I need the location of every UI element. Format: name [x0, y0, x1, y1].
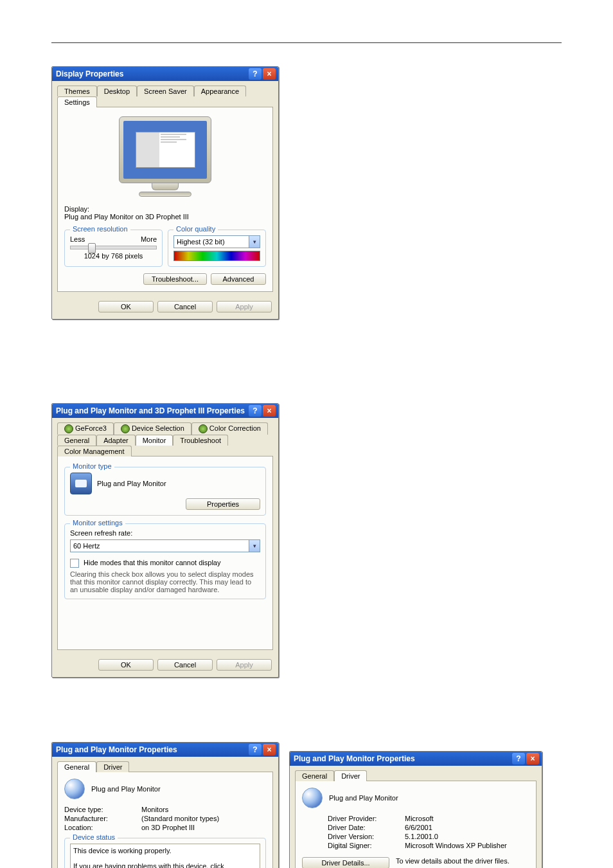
resolution-slider-thumb[interactable]	[88, 243, 96, 253]
window-title: Display Properties	[56, 69, 247, 78]
driver-version-value: 5.1.2001.0	[405, 833, 438, 840]
chevron-down-icon: ▾	[249, 236, 260, 248]
color-quality-select[interactable]: Highest (32 bit) ▾	[173, 235, 260, 248]
tab-troubleshoot[interactable]: Troubleshoot	[173, 435, 228, 446]
color-quality-value: Highest (32 bit)	[177, 238, 225, 246]
cancel-button[interactable]: Cancel	[157, 659, 213, 671]
driver-date-value: 6/6/2001	[405, 824, 432, 831]
help-button[interactable]: ?	[512, 753, 525, 764]
cancel-button[interactable]: Cancel	[157, 301, 213, 312]
hide-modes-label: Hide modes that this monitor cannot disp…	[84, 559, 220, 566]
tab-themes[interactable]: Themes	[57, 86, 97, 96]
tab-row: Themes Desktop Screen Saver Appearance S…	[52, 81, 278, 107]
top-rule	[51, 42, 562, 43]
tab-row-top: GeForce3 Device Selection Color Correcti…	[52, 418, 278, 434]
location-label: Location:	[64, 824, 141, 831]
display-properties-window: Display Properties ? × Themes Desktop Sc…	[51, 66, 279, 320]
monitor-icon	[70, 473, 92, 494]
refresh-rate-value: 60 Hertz	[73, 542, 100, 550]
ok-button[interactable]: OK	[98, 301, 154, 312]
help-button[interactable]: ?	[249, 405, 262, 417]
ok-button[interactable]: OK	[98, 659, 154, 671]
window-title: Plug and Play Monitor Properties	[56, 745, 247, 754]
tab-general[interactable]: General	[57, 435, 96, 446]
digital-signer-label: Digital Signer:	[328, 842, 405, 849]
nvidia-icon	[199, 424, 208, 433]
manufacturer-value: (Standard monitor types)	[141, 815, 219, 822]
close-button[interactable]: ×	[263, 744, 276, 755]
driver-date-label: Driver Date:	[328, 824, 405, 831]
hide-modes-checkbox[interactable]	[70, 559, 79, 568]
tab-geforce3[interactable]: GeForce3	[57, 422, 114, 435]
screen-resolution-legend: Screen resolution	[70, 225, 130, 233]
close-button[interactable]: ×	[526, 753, 539, 764]
close-button[interactable]: ×	[263, 68, 276, 80]
monitor-preview	[107, 116, 223, 200]
titlebar[interactable]: Plug and Play Monitor Properties ? ×	[290, 752, 542, 766]
display-value: Plug and Play Monitor on 3D Prophet III	[64, 213, 266, 221]
color-quality-legend: Color quality	[173, 225, 218, 233]
monitor-name: Plug and Play Monitor	[329, 794, 398, 802]
tab-appearance[interactable]: Appearance	[194, 86, 246, 96]
tab-adapter[interactable]: Adapter	[96, 435, 136, 446]
driver-provider-value: Microsoft	[405, 815, 434, 822]
display-label: Display:	[64, 205, 266, 213]
close-button[interactable]: ×	[263, 405, 276, 417]
driver-details-button[interactable]: Driver Details...	[302, 857, 389, 868]
monitor-icon	[302, 788, 323, 808]
device-status-text[interactable]	[70, 844, 260, 868]
tab-driver[interactable]: Driver	[334, 770, 367, 781]
help-button[interactable]: ?	[249, 744, 262, 755]
device-type-label: Device type:	[64, 806, 141, 813]
window-title: Plug and Play Monitor Properties	[294, 754, 511, 763]
tab-general[interactable]: General	[295, 770, 334, 781]
tab-general[interactable]: General	[57, 761, 96, 772]
advanced-button[interactable]: Advanced	[211, 273, 266, 285]
slider-more-label: More	[141, 235, 157, 243]
tab-row-bottom: General Adapter Monitor Troubleshoot Col…	[52, 434, 278, 456]
nvidia-icon	[121, 424, 130, 433]
monitor-type-legend: Monitor type	[70, 462, 114, 470]
resolution-value: 1024 by 768 pixels	[70, 252, 157, 260]
monitor-settings-legend: Monitor settings	[70, 519, 125, 527]
hide-modes-description: Clearing this check box allows you to se…	[70, 570, 260, 593]
nvidia-icon	[64, 424, 73, 433]
tab-settings[interactable]: Settings	[57, 96, 97, 107]
apply-button[interactable]: Apply	[217, 301, 272, 312]
resolution-slider[interactable]	[70, 246, 157, 249]
slider-less-label: Less	[70, 235, 85, 243]
monitor-properties-button[interactable]: Properties	[186, 498, 260, 510]
monitor-properties-driver-window: Plug and Play Monitor Properties ? × Gen…	[289, 751, 542, 868]
driver-version-label: Driver Version:	[328, 833, 405, 840]
digital-signer-value: Microsoft Windows XP Publisher	[405, 842, 507, 849]
tab-color-correction[interactable]: Color Correction	[191, 422, 268, 435]
troubleshoot-button[interactable]: Troubleshoot...	[143, 273, 207, 285]
titlebar[interactable]: Plug and Play Monitor Properties ? ×	[52, 743, 278, 757]
tab-device-selection[interactable]: Device Selection	[114, 422, 191, 435]
tab-driver[interactable]: Driver	[96, 761, 129, 772]
monitor-icon	[64, 779, 85, 799]
help-button[interactable]: ?	[249, 68, 262, 80]
tab-panel-driver: Plug and Play Monitor Driver Provider:Mi…	[295, 781, 537, 868]
monitor-type-name: Plug and Play Monitor	[97, 480, 260, 487]
color-gradient-preview	[173, 251, 260, 261]
titlebar[interactable]: Plug and Play Monitor and 3D Prophet III…	[52, 404, 278, 418]
monitor-name: Plug and Play Monitor	[91, 785, 161, 793]
apply-button[interactable]: Apply	[217, 659, 272, 671]
tab-desktop[interactable]: Desktop	[97, 86, 137, 96]
window-title: Plug and Play Monitor and 3D Prophet III…	[56, 406, 247, 415]
driver-provider-label: Driver Provider:	[328, 815, 405, 822]
tab-color-management[interactable]: Color Management	[57, 446, 132, 457]
advanced-properties-window: Plug and Play Monitor and 3D Prophet III…	[51, 403, 279, 678]
refresh-rate-select[interactable]: 60 Hertz ▾	[70, 539, 260, 552]
location-value: on 3D Prophet III	[141, 824, 195, 831]
device-status-legend: Device status	[70, 833, 118, 841]
titlebar[interactable]: Display Properties ? ×	[52, 67, 278, 81]
tab-row: General Driver	[290, 766, 542, 781]
tab-panel-settings: Display: Plug and Play Monitor on 3D Pro…	[57, 107, 273, 292]
device-type-value: Monitors	[141, 806, 168, 813]
tab-screensaver[interactable]: Screen Saver	[137, 86, 194, 96]
tab-monitor[interactable]: Monitor	[136, 435, 173, 446]
driver-details-desc: To view details about the driver files.	[396, 857, 529, 865]
tab-row: General Driver	[52, 757, 278, 772]
